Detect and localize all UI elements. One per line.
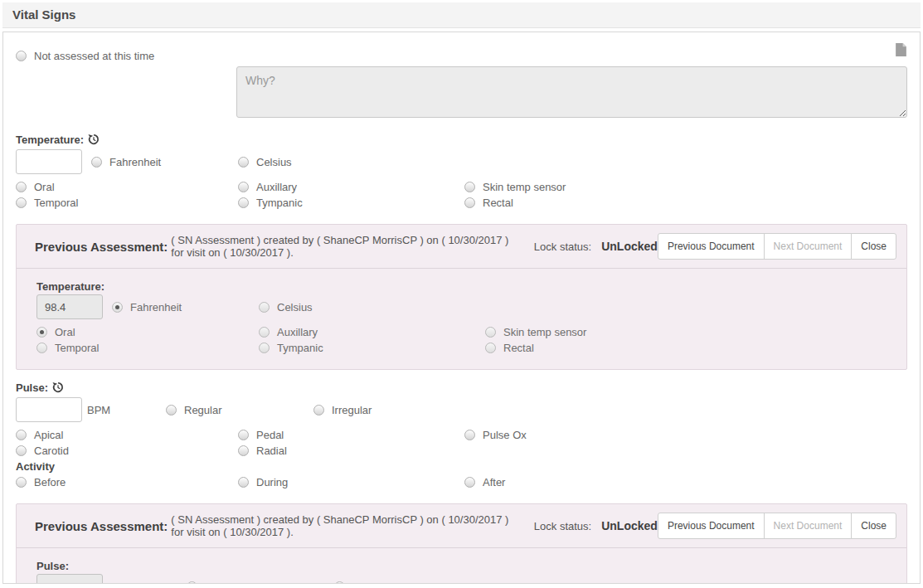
site-label: Skin temp sensor — [503, 326, 586, 338]
previous-assessment-title: Previous Assessment: — [35, 519, 168, 533]
site-label: Apical — [34, 429, 63, 441]
close-button[interactable]: Close — [851, 513, 896, 539]
activity-label: Activity — [16, 459, 907, 474]
pulse-section: Pulse: BPM Regular Irregular Apical Peda… — [16, 381, 907, 490]
site-label: Temporal — [55, 342, 99, 354]
temperature-site-skin-temp-sensor[interactable]: Skin temp sensor — [464, 179, 907, 195]
prev-temperature-site-oral: Oral — [36, 324, 259, 340]
pulse-label: Pulse: — [16, 381, 48, 394]
prev-temperature-unit-celsius: Celsius — [259, 299, 894, 315]
pulse-site-apical[interactable]: Apical — [16, 427, 238, 443]
rhythm-label: Irregular — [352, 581, 392, 585]
radio-icon — [238, 430, 249, 440]
radio-icon — [259, 343, 270, 353]
lock-status-value: UnLocked — [601, 240, 658, 253]
site-label: Pulse Ox — [483, 429, 527, 441]
pulse-site-pulse-ox[interactable]: Pulse Ox — [464, 427, 907, 443]
previous-document-button[interactable]: Previous Document — [658, 513, 765, 539]
site-label: Temporal — [34, 197, 78, 209]
radio-icon — [485, 343, 496, 353]
temperature-section: Temperature: Fahrenheit Celsius Oral Aux… — [16, 134, 907, 211]
pulse-activity-before[interactable]: Before — [16, 474, 238, 490]
prev-temperature-site-temporal: Temporal — [36, 340, 259, 356]
temperature-unit-celsius[interactable]: Celsius — [238, 154, 907, 170]
radio-icon — [464, 182, 475, 192]
prev-pulse-rhythm-regular: Regular — [187, 579, 334, 585]
prev-temperature-input — [36, 294, 103, 319]
document-nav-buttons: Previous Document Next Document Close — [658, 513, 896, 539]
lock-status-value: UnLocked — [601, 519, 658, 532]
previous-document-button[interactable]: Previous Document — [658, 233, 765, 260]
site-label: Oral — [55, 326, 75, 338]
unit-label: Celsius — [277, 301, 313, 313]
radio-icon — [464, 477, 475, 488]
close-button[interactable]: Close — [851, 233, 896, 260]
site-label: Carotid — [34, 445, 69, 457]
radio-icon — [16, 51, 27, 61]
lock-status-label: Lock status: — [534, 241, 591, 253]
site-label: Radial — [256, 445, 287, 457]
radio-icon — [464, 430, 475, 440]
radio-icon — [16, 182, 27, 192]
previous-assessment-temperature-panel: Previous Assessment: ( SN Assessment ) c… — [16, 224, 907, 370]
history-icon[interactable] — [88, 134, 100, 148]
radio-icon — [91, 157, 102, 168]
pulse-rhythm-regular[interactable]: Regular — [166, 402, 313, 418]
temperature-site-oral[interactable]: Oral — [16, 179, 238, 195]
next-document-button: Next Document — [764, 233, 853, 260]
radio-icon — [36, 343, 47, 353]
site-label: Pedal — [256, 429, 284, 441]
temperature-input[interactable] — [16, 149, 82, 174]
radio-checked-icon — [36, 327, 47, 338]
radio-icon — [464, 197, 475, 208]
pulse-rhythm-irregular[interactable]: Irregular — [313, 402, 907, 418]
radio-checked-icon — [187, 581, 197, 585]
why-textarea[interactable] — [236, 66, 907, 118]
pulse-site-radial[interactable]: Radial — [238, 443, 464, 459]
not-assessed-radio[interactable]: Not assessed at this time — [16, 48, 154, 64]
bpm-label: BPM — [108, 581, 187, 585]
unit-label: Fahrenheit — [130, 301, 182, 313]
radio-icon — [238, 445, 249, 456]
activity-option-label: After — [483, 476, 505, 488]
pulse-site-pedal[interactable]: Pedal — [238, 427, 464, 443]
site-label: Auxillary — [277, 326, 318, 338]
radio-icon — [238, 157, 249, 168]
radio-icon — [334, 581, 345, 585]
radio-icon — [259, 302, 270, 313]
temperature-site-auxillary[interactable]: Auxillary — [238, 179, 464, 195]
prev-pulse-rhythm-irregular: Irregular — [334, 579, 894, 585]
site-label: Rectal — [483, 197, 513, 209]
pulse-activity-during[interactable]: During — [238, 474, 464, 490]
unit-label: Fahrenheit — [109, 156, 161, 168]
pulse-activity-after[interactable]: After — [464, 474, 907, 490]
prev-temperature-label: Temperature: — [36, 280, 894, 293]
bpm-label: BPM — [87, 404, 166, 416]
rhythm-label: Irregular — [332, 404, 372, 416]
previous-assessment-details: ( SN Assessment ) created by ( ShaneCP M… — [171, 513, 520, 538]
previous-assessment-title: Previous Assessment: — [35, 240, 168, 254]
temperature-site-rectal[interactable]: Rectal — [464, 195, 907, 211]
radio-icon — [259, 327, 270, 338]
prev-temperature-site-auxillary: Auxillary — [259, 324, 485, 340]
document-icon[interactable] — [895, 43, 907, 60]
previous-assessment-pulse-panel: Previous Assessment: ( SN Assessment ) c… — [16, 503, 907, 584]
site-label: Auxillary — [256, 181, 297, 193]
activity-option-label: Before — [34, 476, 66, 488]
temperature-unit-fahrenheit[interactable]: Fahrenheit — [91, 154, 238, 170]
prev-temperature-site-tympanic: Tympanic — [259, 340, 485, 356]
activity-option-label: During — [256, 476, 288, 488]
not-assessed-label: Not assessed at this time — [34, 50, 154, 62]
pulse-site-carotid[interactable]: Carotid — [16, 443, 238, 459]
temperature-site-temporal[interactable]: Temporal — [16, 195, 238, 211]
previous-assessment-details: ( SN Assessment ) created by ( ShaneCP M… — [171, 234, 520, 259]
prev-temperature-site-rectal: Rectal — [485, 340, 894, 356]
rhythm-label: Regular — [205, 581, 243, 585]
temperature-site-tympanic[interactable]: Tympanic — [238, 195, 464, 211]
radio-checked-icon — [112, 302, 123, 313]
history-icon[interactable] — [52, 381, 64, 396]
pulse-input[interactable] — [16, 397, 82, 422]
radio-icon — [166, 405, 177, 415]
radio-icon — [16, 445, 27, 456]
next-document-button: Next Document — [764, 513, 853, 539]
